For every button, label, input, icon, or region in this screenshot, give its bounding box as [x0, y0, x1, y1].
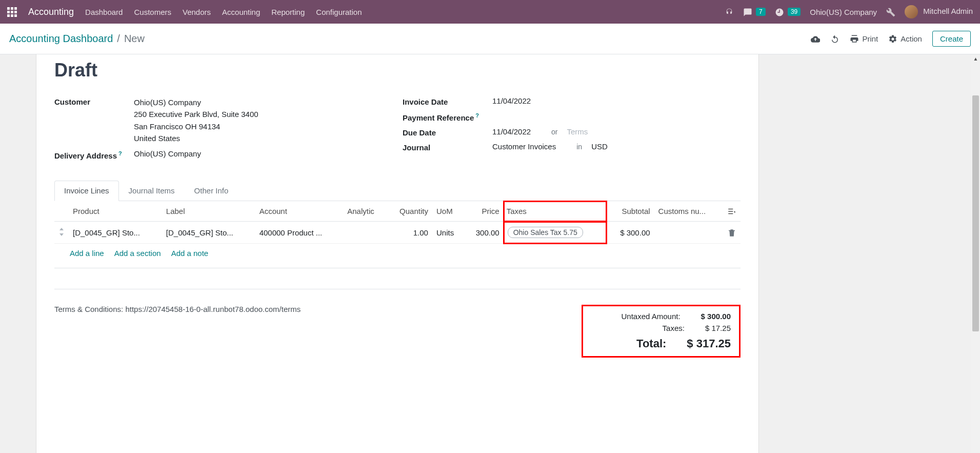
tax-tag[interactable]: Ohio Sales Tax 5.75 [508, 227, 583, 238]
discard-icon[interactable] [830, 34, 839, 44]
col-taxes[interactable]: Taxes [504, 201, 607, 222]
cell-subtotal: $ 300.00 [607, 222, 654, 244]
payref-label: Payment Reference [403, 111, 492, 122]
cell-qty[interactable]: 1.00 [387, 222, 432, 244]
action-button[interactable]: Action [888, 34, 922, 44]
nav-accounting[interactable]: Accounting [222, 8, 260, 16]
terms-placeholder[interactable]: Terms [567, 127, 588, 136]
col-quantity[interactable]: Quantity [387, 201, 432, 222]
customer-value[interactable]: Ohio(US) Company 250 Executive Park Blvd… [134, 96, 392, 144]
col-uom[interactable]: UoM [432, 201, 464, 222]
create-button[interactable]: Create [932, 31, 971, 47]
control-panel: Accounting Dashboard / New Print Action … [0, 24, 980, 54]
taxes-total-label: Taxes: [591, 324, 685, 332]
journal-value[interactable]: Customer Invoices in USD [492, 142, 741, 151]
due-date-value[interactable]: 11/04/2022 or Terms [492, 127, 741, 136]
delivery-label: Delivery Address [54, 149, 134, 160]
company-switcher[interactable]: Ohio(US) Company [810, 8, 877, 16]
nav-vendors[interactable]: Vendors [183, 8, 211, 16]
nav-dashboard[interactable]: Dashboard [85, 8, 123, 16]
nav-configuration[interactable]: Configuration [316, 8, 362, 16]
breadcrumb-current: New [124, 33, 145, 45]
cell-account[interactable]: 400000 Product ... [255, 222, 344, 244]
action-label: Action [901, 34, 922, 43]
or-label: or [551, 128, 557, 136]
form-sheet: Draft Customer Ohio(US) Company 250 Exec… [36, 54, 759, 453]
untaxed-value: $ 300.00 [701, 312, 731, 321]
cell-label[interactable]: [D_0045_GR] Sto... [162, 222, 255, 244]
cell-analytic[interactable] [343, 222, 387, 244]
col-analytic[interactable]: Analytic [343, 201, 387, 222]
cell-taxes[interactable]: Ohio Sales Tax 5.75 [504, 222, 607, 244]
user-menu[interactable]: Mitchell Admin [905, 5, 973, 18]
activities-icon[interactable]: 39 [775, 7, 801, 16]
total-value: $ 317.25 [687, 337, 731, 350]
col-label[interactable]: Label [162, 201, 255, 222]
tab-other-info[interactable]: Other Info [185, 181, 238, 201]
totals-box: Untaxed Amount: $ 300.00 Taxes: $ 17.25 … [582, 305, 741, 358]
cell-price[interactable]: 300.00 [464, 222, 504, 244]
due-date-label: Due Date [403, 127, 492, 137]
tab-journal-items[interactable]: Journal Items [119, 181, 185, 201]
tab-invoice-lines[interactable]: Invoice Lines [54, 181, 119, 201]
add-note-link[interactable]: Add a note [171, 249, 209, 258]
page-title: Draft [54, 54, 741, 81]
messages-badge: 7 [756, 8, 766, 16]
currency-value[interactable]: USD [591, 142, 608, 151]
scroll-thumb[interactable] [972, 95, 979, 331]
blank-row [54, 268, 741, 289]
cloud-upload-icon[interactable] [811, 34, 820, 44]
breadcrumb: Accounting Dashboard / New [9, 33, 145, 45]
invoice-lines-table: Product Label Account Analytic Quantity … [54, 201, 741, 289]
print-button[interactable]: Print [850, 34, 878, 44]
col-customs[interactable]: Customs nu... [654, 201, 723, 222]
form-right-col: Invoice Date 11/04/2022 Payment Referenc… [403, 96, 741, 165]
col-account[interactable]: Account [255, 201, 344, 222]
table-row[interactable]: [D_0045_GR] Sto... [D_0045_GR] Sto... 40… [54, 222, 741, 244]
activities-badge: 39 [788, 8, 801, 16]
invoice-date-value[interactable]: 11/04/2022 [492, 96, 741, 105]
columns-options-icon[interactable] [727, 206, 736, 216]
nav-reporting[interactable]: Reporting [271, 8, 305, 16]
col-subtotal[interactable]: Subtotal [607, 201, 654, 222]
print-label: Print [862, 34, 878, 43]
scroll-up-icon[interactable]: ▲ [971, 54, 980, 63]
breadcrumb-root[interactable]: Accounting Dashboard [9, 33, 113, 45]
user-name: Mitchell Admin [923, 7, 973, 15]
in-label: in [576, 143, 582, 151]
total-label: Total: [591, 337, 666, 350]
customer-label: Customer [54, 96, 134, 106]
support-icon[interactable] [725, 7, 734, 16]
col-price[interactable]: Price [464, 201, 504, 222]
journal-label: Journal [403, 142, 492, 152]
col-product[interactable]: Product [69, 201, 162, 222]
app-title[interactable]: Accounting [28, 7, 74, 17]
tabs: Invoice Lines Journal Items Other Info [54, 181, 741, 201]
invoice-date-label: Invoice Date [403, 96, 492, 106]
debug-icon[interactable] [886, 7, 895, 16]
taxes-total-value: $ 17.25 [705, 324, 731, 332]
add-section-link[interactable]: Add a section [114, 249, 161, 258]
apps-icon[interactable] [7, 7, 17, 17]
add-line-link[interactable]: Add a line [70, 249, 104, 258]
drag-handle-icon[interactable] [54, 222, 69, 244]
scroll-area: Draft Customer Ohio(US) Company 250 Exec… [0, 54, 980, 453]
delete-row-icon[interactable] [723, 222, 741, 244]
terms-text[interactable]: Terms & Conditions: https://20745458-16-… [54, 305, 561, 313]
cell-uom[interactable]: Units [432, 222, 464, 244]
cell-product[interactable]: [D_0045_GR] Sto... [69, 222, 162, 244]
top-nav: Accounting Dashboard Customers Vendors A… [0, 0, 980, 24]
scrollbar[interactable]: ▲ [971, 54, 980, 453]
breadcrumb-sep: / [117, 33, 120, 45]
form-left-col: Customer Ohio(US) Company 250 Executive … [54, 96, 392, 165]
messages-icon[interactable]: 7 [743, 7, 766, 16]
nav-customers[interactable]: Customers [134, 8, 171, 16]
untaxed-label: Untaxed Amount: [591, 312, 681, 321]
avatar [905, 5, 918, 18]
delivery-value[interactable]: Ohio(US) Company [134, 149, 392, 158]
